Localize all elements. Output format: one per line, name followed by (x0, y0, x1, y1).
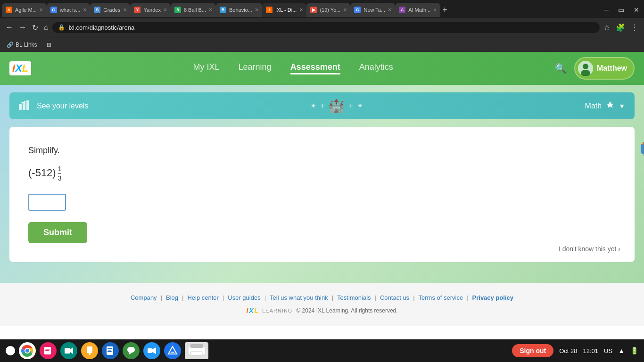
footer-testimonials[interactable]: Testimonials (333, 294, 375, 301)
chrome-browser-icon[interactable] (19, 342, 36, 359)
close-icon[interactable]: × (164, 7, 167, 13)
castle-icon: 🏰 (328, 98, 345, 114)
tab-behav[interactable]: B Behavio... × (216, 3, 262, 17)
home-button[interactable]: ⌂ (42, 21, 50, 33)
svg-rect-16 (45, 350, 49, 351)
browser-controls: ← → ↻ ⌂ 🔒 ixl.com/diagnostic/arena ☆ 🧩 ⋮ (0, 18, 644, 37)
footer-help[interactable]: Help center (183, 294, 222, 301)
close-icon[interactable]: × (40, 7, 43, 13)
back-button[interactable]: ← (4, 21, 15, 33)
new-tab-button[interactable]: + (442, 5, 447, 15)
close-icon[interactable]: × (123, 7, 126, 13)
edit-pencil-icon[interactable] (637, 139, 644, 159)
stars-decoration: ✦+ 🏰 +✦ (310, 98, 363, 114)
dropdown-arrow-icon[interactable]: ▼ (619, 102, 625, 110)
tab-agile[interactable]: A Agile M... × (2, 3, 47, 17)
forward-button[interactable]: → (17, 21, 28, 33)
bookmark-apps[interactable]: ⊞ (44, 41, 54, 49)
close-icon[interactable]: × (209, 7, 212, 13)
footer-blog[interactable]: Blog (162, 294, 182, 301)
footer-terms[interactable]: Terms of service (415, 294, 467, 301)
maximize-button[interactable]: ▭ (615, 5, 627, 15)
nav-links: My IXL Learning Assessment Analytics (50, 62, 536, 74)
footer-privacy[interactable]: Privacy policy (469, 294, 517, 301)
bookmarks-bar: 🔗 BL Links ⊞ (0, 37, 644, 52)
submit-button[interactable]: Submit (28, 222, 87, 243)
close-window-button[interactable]: ✕ (631, 5, 642, 15)
footer-company[interactable]: Company (127, 294, 161, 301)
hangouts-icon[interactable] (123, 342, 140, 359)
user-button[interactable]: Matthew (574, 57, 635, 80)
levels-right: Math ▼ (585, 100, 625, 112)
close-icon[interactable]: × (255, 7, 258, 13)
docs-icon[interactable] (102, 342, 119, 359)
svg-rect-19 (87, 346, 92, 353)
printer-icon[interactable] (185, 342, 208, 359)
region-label: US (604, 347, 612, 354)
taskbar: Sign out Oct 28 12:01 US ▲ 🔋 (0, 339, 644, 362)
tab-aimath[interactable]: A AI Math... × (395, 3, 440, 17)
question-instruction: Simplify. (28, 146, 616, 156)
tab-yandex[interactable]: Y Yandex × (130, 3, 171, 17)
sign-out-button[interactable]: Sign out (512, 344, 553, 357)
footer-guides[interactable]: User guides (224, 294, 264, 301)
svg-rect-27 (148, 348, 152, 353)
menu-button[interactable]: ⋮ (629, 21, 640, 34)
svg-rect-17 (65, 348, 70, 354)
svg-rect-21 (107, 346, 113, 355)
tab-newtab[interactable]: G New Ta... × (350, 3, 395, 17)
footer-links: Company | Blog | Help center | User guid… (9, 294, 635, 301)
tab-ixl[interactable]: I IXL - Di... × (262, 3, 306, 17)
footer-feedback[interactable]: Tell us what you think (266, 294, 332, 301)
svg-point-1 (583, 64, 588, 69)
chrome-circle-icon[interactable] (6, 346, 15, 355)
exponent-numerator: 1 (58, 165, 62, 174)
levels-left: See your levels (19, 99, 88, 112)
footer-contact[interactable]: Contact us (376, 294, 413, 301)
address-bar[interactable]: 🔒 ixl.com/diagnostic/arena (52, 22, 600, 33)
nav-learning[interactable]: Learning (239, 62, 272, 74)
nav-my-ixl[interactable]: My IXL (193, 62, 220, 74)
answer-input[interactable] (28, 194, 66, 211)
reload-button[interactable]: ↻ (30, 21, 40, 34)
close-icon[interactable]: × (83, 7, 86, 13)
taskbar-time: 12:01 (583, 347, 599, 354)
see-levels-label[interactable]: See your levels (37, 102, 88, 110)
tab-what[interactable]: G what is... × (47, 3, 90, 17)
bookmark-bl-links[interactable]: 🔗 BL Links (4, 41, 40, 49)
close-icon[interactable]: × (343, 7, 347, 13)
math-expression: (-512) 1 3 (28, 167, 616, 182)
close-icon[interactable]: × (299, 7, 303, 13)
nav-assessment[interactable]: Assessment (290, 62, 340, 74)
footer-copyright: © 2024 IXL Learning. All rights reserved… (296, 307, 397, 314)
files-icon[interactable] (40, 342, 57, 359)
meet-icon[interactable] (60, 342, 77, 359)
dont-know-link[interactable]: I don't know this yet › (559, 245, 620, 253)
ixl-logo[interactable]: I X L (9, 61, 31, 75)
svg-rect-25 (127, 347, 135, 353)
browser-chrome: A Agile M... × G what is... × S Grades ×… (0, 0, 644, 52)
tab-youtube[interactable]: ▶ (19) Yo... × (306, 3, 350, 17)
close-icon[interactable]: × (388, 7, 391, 13)
subject-label: Math (585, 102, 602, 110)
tab-8ball[interactable]: 8 8 Ball B... × (171, 3, 216, 17)
svg-marker-28 (152, 347, 156, 354)
tab-grades[interactable]: S Grades × (90, 3, 130, 17)
search-icon[interactable]: 🔍 (555, 63, 567, 74)
svg-rect-3 (19, 104, 22, 110)
svg-point-13 (25, 349, 29, 353)
close-icon[interactable]: × (433, 7, 437, 13)
nav-right: 🔍 Matthew (555, 57, 635, 80)
drive-icon[interactable] (164, 342, 181, 359)
main-nav: I X L My IXL Learning Assessment Analyti… (0, 52, 644, 85)
nav-analytics[interactable]: Analytics (359, 62, 393, 74)
wifi-icon: ▲ (618, 347, 625, 354)
keep-icon[interactable] (81, 342, 98, 359)
zoom-icon[interactable] (143, 342, 160, 359)
svg-rect-22 (107, 348, 112, 349)
levels-icon (19, 99, 32, 112)
svg-marker-18 (70, 347, 73, 354)
bookmark-button[interactable]: ☆ (602, 21, 612, 34)
minimize-button[interactable]: ─ (601, 5, 611, 15)
extensions-button[interactable]: 🧩 (614, 21, 627, 34)
